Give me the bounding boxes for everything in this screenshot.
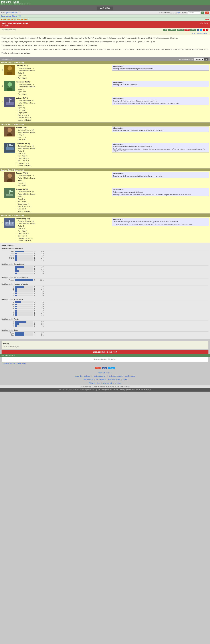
footer-links-link[interactable]: links [97, 382, 100, 384]
flavor-text: The English reserve a special hatred for… [113, 148, 208, 152]
stat-item: Faction Affiliation: France [18, 148, 110, 150]
stat-bar [15, 259, 17, 261]
view-full-link[interactable]: view full version [98, 372, 112, 374]
stat-label: 1 [2, 288, 14, 290]
stat-row: 3 1 13 % [2, 292, 208, 294]
ship-num: 1 [1, 147, 4, 149]
edit-button[interactable]: Edit [163, 29, 167, 31]
statistics-button[interactable]: Statistics [168, 29, 176, 31]
stat-count: 4 [34, 332, 37, 334]
ship-image-helconsan [4, 81, 15, 91]
footer-advertise-link[interactable]: advertise with us on 1 item [103, 382, 121, 384]
stat-percent: 13 % [38, 270, 44, 272]
footer-front-miniatures-link[interactable]: front miniatures [83, 379, 93, 380]
stat-bar-container [15, 251, 33, 252]
stat-rarity-title: Distribution by Rarity [2, 318, 208, 320]
stat-item: Collector's Number: 078 [18, 145, 110, 148]
stat-item: Faction Affiliation: France [18, 193, 110, 196]
gplus-share-button[interactable]: G+1 [95, 367, 101, 369]
add-comment-link[interactable]: Add your comments [2, 354, 15, 356]
ship-stats-captain: Collector's Number: 126 Faction Affiliat… [16, 67, 110, 80]
search-input[interactable] [188, 11, 200, 14]
stat-row: 5 1 13 % [2, 310, 208, 312]
breadcrumb-pirates[interactable]: Pirates CSS [12, 15, 21, 17]
footer-forums-link[interactable]: forums [123, 379, 127, 380]
footer-search-miniature-link[interactable]: search for a miniature [75, 375, 90, 377]
stat-count: 1 [34, 253, 37, 254]
build-fleet-link[interactable]: Can I build this fleet? [192, 33, 207, 34]
stat-item: Base Move: 1 [18, 235, 110, 237]
footer-links-3: Affiliates | links | advertise with us o… [0, 382, 210, 385]
share-button[interactable]: Share [190, 29, 196, 31]
group-by-select[interactable]: Section Type Faction [194, 58, 204, 61]
youtube-icon[interactable]: y [203, 28, 205, 31]
facebook-like-button[interactable]: Like [102, 367, 107, 369]
stat-bar [15, 270, 19, 272]
miniature-text-content: This ship may dock and explore a wild is… [113, 130, 208, 132]
miniature-text-label: Miniature text: [113, 189, 208, 191]
stat-item: Point Value: 1 [18, 139, 110, 141]
stat-percent: 13 % [38, 288, 44, 290]
stat-item: Type: Crew [18, 74, 110, 77]
main-menu-button[interactable]: MAIN MENU [97, 6, 113, 10]
footer-miniatures-you-have-link[interactable]: miniatures you have [93, 375, 106, 377]
stat-bar [15, 268, 17, 270]
nav-pirates-css-link[interactable]: Pirates CSS [12, 12, 21, 14]
stat-percent: 50 % [38, 332, 44, 334]
stat-count: 2 [34, 302, 37, 303]
logout-link[interactable]: logout [177, 12, 181, 14]
fleet-display-title: Fleet "Balanced French fleet" [2, 22, 29, 24]
stat-item: Collector's Number: 120 [18, 129, 110, 131]
fleet-desc-p4: In the game the Intrepide towed the Mont… [2, 48, 208, 51]
rate-button[interactable]: Rate [184, 29, 189, 31]
stat-percent: 13 % [38, 326, 44, 327]
ship-num: 1 [1, 85, 4, 87]
stat-percent: 13 % [38, 295, 44, 296]
ship-image-explorer2 [4, 172, 15, 182]
twitter-icon[interactable]: t [200, 28, 202, 31]
short-display-link[interactable]: short display [200, 22, 208, 24]
stat-item: Cargo Space: 3 [18, 203, 110, 205]
twitter-share-button[interactable]: Share [108, 367, 115, 369]
fleet-desc-p2: Strategy is very simple, the Lyon protec… [2, 40, 208, 43]
discuss-button[interactable]: Discuss [177, 29, 184, 31]
footer-affiliates-link[interactable]: Affiliates [89, 382, 95, 384]
breadcrumb-games[interactable]: games [6, 15, 11, 17]
pinterest-icon[interactable]: p [206, 28, 208, 31]
footer-add-miniatures-link[interactable]: add miniatures [96, 379, 106, 380]
stat-bar [15, 257, 17, 259]
stat-faction: Distribution by Faction Affiliation Fran… [2, 276, 208, 281]
stat-item: Number of Masts: 0 [18, 240, 110, 242]
stat-bar-container [15, 295, 33, 296]
help-link[interactable]: Help [205, 18, 209, 20]
stat-row: 4 50 % [2, 266, 208, 268]
table-row: 1 L'Intrepide (FrFN) Collector's Number:… [0, 142, 210, 168]
logo-area: Miniature Trading Let us find for you th… [1, 0, 30, 5]
ship-image-montblanc [4, 218, 15, 228]
fleet-desc-p1: This is a simple French fleet that won a… [2, 37, 208, 39]
stat-item: Type: Ship [18, 152, 110, 155]
spanish-link[interactable]: Spanish Collaboration at CaminoNorte [125, 389, 151, 391]
footer-miniature-reviews-link[interactable]: miniature reviews [108, 379, 120, 380]
stat-bar [15, 266, 24, 268]
footer-miniatures-you-want-link[interactable]: miniatures you want [109, 375, 123, 377]
ship-stats-intrepide: Collector's Number: 078 Faction Affiliat… [16, 145, 110, 167]
rating-section: Rating There are no votes yet. [2, 341, 208, 349]
stat-item: Point Value: 7 [18, 200, 110, 203]
search-vs-button[interactable]: vs [201, 12, 204, 14]
ship-details-montblanc: Mont Blanc (FSS) Collector's Number: 020… [16, 218, 110, 242]
breadcrumb-fleets[interactable]: fleets [1, 15, 5, 17]
stat-count: 1 [34, 295, 37, 296]
ship-name-lalyons: La Lyon (FrFN) [16, 97, 110, 99]
miniature-text-lalyons: Miniature text: This ship gets +1 to her… [112, 97, 209, 105]
nav-games-link[interactable]: games [6, 12, 11, 14]
facebook-icon[interactable]: f [197, 28, 199, 31]
stat-item: Point Value: 5 [18, 155, 110, 157]
gplus-button[interactable]: G+ [205, 12, 209, 14]
group-go-button[interactable]: go [204, 58, 208, 60]
footer-look-for-trades-link[interactable]: look for trades [125, 375, 135, 377]
unsubscribe-link[interactable]: Unsubscribe from this discussion [2, 362, 208, 365]
stat-row: S+S 1 13 % [2, 253, 208, 254]
dev-link[interactable]: Web development by Clemente Gómez [97, 389, 124, 391]
stat-bar-container [15, 292, 33, 294]
